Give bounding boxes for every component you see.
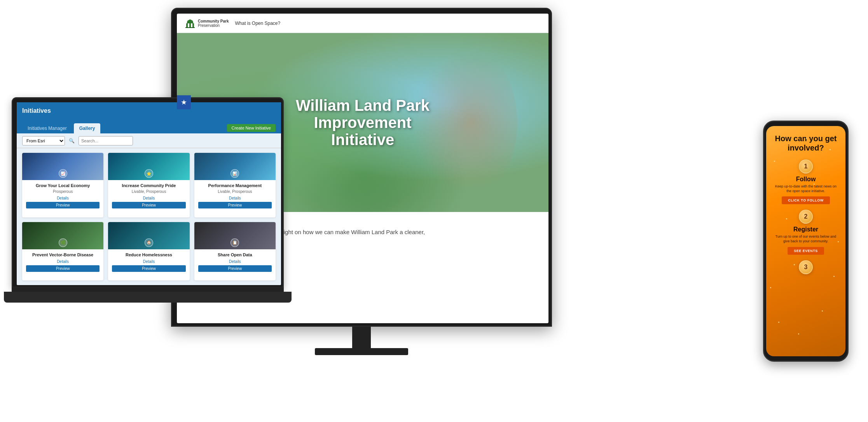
svg-rect-2 <box>192 23 194 27</box>
card-title-4: Prevent Vector-Borne Disease <box>26 252 100 257</box>
monitor-nav-link[interactable]: What is Open Space? <box>235 21 280 26</box>
step-circle-1: 1 <box>799 159 813 173</box>
phone-step-3: 3 <box>772 260 839 277</box>
svg-rect-0 <box>186 23 188 27</box>
step-desc-2: Turn up to one of our events below and g… <box>772 235 839 243</box>
tab-initiatives-manager[interactable]: Initiatives Manager <box>22 123 72 133</box>
card-image-1: 📈 <box>22 153 103 180</box>
laptop-toolbar: From Esri 🔍 <box>17 133 281 148</box>
card-body-3: Performance Management Livable, Prospero… <box>194 180 276 211</box>
initiative-card-2: ⭐ Increase Community Pride Livable, Pros… <box>108 153 189 217</box>
card-details-link-4[interactable]: Details <box>26 259 100 264</box>
monitor-logo: Community Park Preservation <box>185 18 229 29</box>
phone-heading: How can you get involved? <box>772 134 839 152</box>
search-icon: 🔍 <box>69 138 75 144</box>
card-icon-2: ⭐ <box>145 169 153 178</box>
initiative-card-6: 📋 Share Open Data Details Preview <box>194 222 276 281</box>
card-details-link-3[interactable]: Details <box>198 196 272 200</box>
phone-step-1: 1 Follow Keep up-to-date with the latest… <box>772 159 839 204</box>
card-title-2: Increase Community Pride <box>112 183 185 188</box>
monitor-star-badge: ★ <box>177 95 191 109</box>
step-circle-2: 2 <box>799 210 813 224</box>
from-esri-select[interactable]: From Esri <box>22 136 65 145</box>
card-preview-btn-5[interactable]: Preview <box>112 265 185 272</box>
initiative-card-3: 📊 Performance Management Livable, Prospe… <box>194 153 276 217</box>
laptop-base <box>4 292 292 303</box>
card-image-6: 📋 <box>194 222 276 249</box>
step-btn-1[interactable]: CLICK TO FOLLOW <box>782 196 830 204</box>
phone-content: How can you get involved? 1 Follow Keep … <box>766 126 845 356</box>
card-preview-btn-2[interactable]: Preview <box>112 202 185 208</box>
card-subtitle-1: Prosperous <box>26 189 100 194</box>
step-circle-3: 3 <box>799 260 813 274</box>
step-desc-1: Keep up-to-date with the latest news on … <box>772 184 839 193</box>
card-title-1: Grow Your Local Economy <box>26 183 100 188</box>
card-body-6: Share Open Data Details Preview <box>194 249 276 274</box>
card-title-3: Performance Management <box>198 183 272 188</box>
card-preview-btn-6[interactable]: Preview <box>198 265 272 272</box>
laptop-header: Initiatives <box>17 102 281 119</box>
card-preview-btn-1[interactable]: Preview <box>26 202 100 208</box>
card-body-5: Reduce Homelessness Details Preview <box>108 249 189 274</box>
card-image-4: 🌿 <box>22 222 103 249</box>
laptop-bezel: Initiatives Initiatives Manager Gallery … <box>12 97 284 288</box>
step-name-1: Follow <box>796 176 816 183</box>
laptop-card-grid: 📈 Grow Your Local Economy Prosperous Det… <box>17 148 281 285</box>
scene: Community Park Preservation What is Open… <box>0 0 868 422</box>
card-icon-1: 📈 <box>59 169 67 178</box>
initiative-card-5: 🏠 Reduce Homelessness Details Preview <box>108 222 189 281</box>
phone-step-2: 2 Register Turn up to one of our events … <box>772 210 839 254</box>
card-title-5: Reduce Homelessness <box>112 252 185 257</box>
hero-title-line2: Initiative <box>331 131 394 148</box>
initiative-card-1: 📈 Grow Your Local Economy Prosperous Det… <box>22 153 103 217</box>
card-subtitle-3: Livable, Prosperous <box>198 189 272 194</box>
step-btn-2[interactable]: SEE EVENTS <box>788 247 824 255</box>
card-image-3: 📊 <box>194 153 276 180</box>
card-details-link-1[interactable]: Details <box>26 196 100 200</box>
card-body-2: Increase Community Pride Livable, Prospe… <box>108 180 189 211</box>
initiative-card-4: 🌿 Prevent Vector-Borne Disease Details P… <box>22 222 103 281</box>
tab-gallery[interactable]: Gallery <box>74 123 101 133</box>
phone-screen: How can you get involved? 1 Follow Keep … <box>766 126 845 356</box>
card-body-4: Prevent Vector-Borne Disease Details Pre… <box>22 249 103 274</box>
card-preview-btn-4[interactable]: Preview <box>26 265 100 272</box>
hero-title-line1: William Land Park Improvement <box>296 97 430 131</box>
park-logo-icon <box>185 18 196 29</box>
laptop-screen: Initiatives Initiatives Manager Gallery … <box>17 102 281 285</box>
monitor-stand-neck <box>352 327 371 350</box>
phone-device: How can you get involved? 1 Follow Keep … <box>763 121 849 362</box>
card-icon-3: 📊 <box>231 169 239 178</box>
search-input[interactable] <box>79 136 133 145</box>
card-image-2: ⭐ <box>108 153 189 180</box>
card-image-5: 🏠 <box>108 222 189 249</box>
laptop-tabs: Initiatives Manager Gallery Create New I… <box>17 119 281 133</box>
laptop-header-title: Initiatives <box>22 107 51 114</box>
card-subtitle-2: Livable, Prosperous <box>112 189 185 194</box>
card-details-link-2[interactable]: Details <box>112 196 185 200</box>
card-icon-6: 📋 <box>231 238 239 247</box>
laptop-device: Initiatives Initiatives Manager Gallery … <box>12 97 284 362</box>
monitor-base <box>315 348 408 355</box>
card-title-6: Share Open Data <box>198 252 272 257</box>
card-preview-btn-3[interactable]: Preview <box>198 202 272 208</box>
card-details-link-6[interactable]: Details <box>198 259 272 264</box>
monitor-logo-text: Community Park Preservation <box>198 19 229 28</box>
card-details-link-5[interactable]: Details <box>112 259 185 264</box>
svg-rect-3 <box>185 27 195 28</box>
monitor-navbar: Community Park Preservation What is Open… <box>177 14 548 33</box>
card-icon-4: 🌿 <box>59 238 67 247</box>
card-icon-5: 🏠 <box>145 238 153 247</box>
step-name-2: Register <box>793 226 818 233</box>
monitor-hero-text: William Land Park Improvement Initiative <box>246 97 479 148</box>
card-body-1: Grow Your Local Economy Prosperous Detai… <box>22 180 103 211</box>
